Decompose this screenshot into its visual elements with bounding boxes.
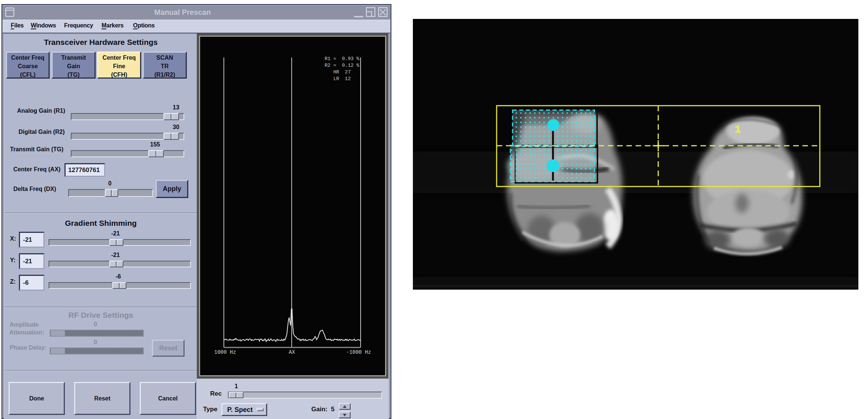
svg-text:1: 1 (735, 124, 741, 135)
